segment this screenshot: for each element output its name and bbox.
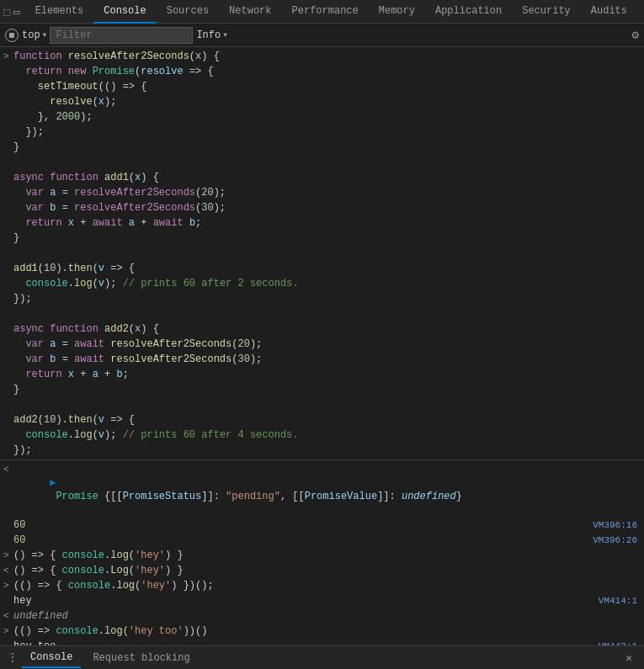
output-divider	[0, 459, 644, 460]
clear-console-button[interactable]	[5, 29, 19, 42]
tab-bar-right: ⋮ ✕	[637, 3, 644, 20]
code-line: async function add2(x) {	[13, 322, 644, 336]
list-item: });	[0, 125, 644, 140]
list-item: console.log(v); // prints 60 after 4 sec…	[0, 427, 644, 443]
code-line	[13, 156, 644, 169]
device-icon[interactable]: ▭	[13, 5, 20, 19]
list-item: < () => { console.Log('hey') }	[0, 563, 644, 578]
bottom-tab-console[interactable]: Console	[22, 648, 81, 668]
list-item	[0, 306, 644, 321]
log-level-chevron-icon: ▼	[223, 31, 227, 39]
bottom-dots-icon[interactable]: ⋮	[7, 650, 19, 665]
list-item: console.log(v); // prints 60 after 2 sec…	[0, 276, 644, 291]
code-line	[13, 398, 644, 411]
list-item: });	[0, 291, 644, 306]
list-item: return x + await a + await b;	[0, 215, 644, 231]
output-prefix: >	[3, 624, 9, 638]
output-line: (() => console.log('hey too'))()	[13, 624, 644, 638]
bottom-bar: ⋮ Console Request blocking ✕	[0, 645, 644, 669]
code-line	[13, 307, 644, 321]
list-item: var b = resolveAfter2Seconds(30);	[0, 200, 644, 215]
output-prefix: <	[3, 564, 9, 577]
console-toolbar: top ▼ Info ▼ ⚙	[0, 24, 644, 47]
code-line: function resolveAfter2Seconds(x) {	[13, 50, 644, 63]
list-item: > (() => { console.log('hey') })();	[0, 578, 644, 593]
code-line: });	[13, 292, 644, 305]
filter-input[interactable]	[50, 27, 193, 44]
code-line: add2(10).then(v => {	[13, 413, 644, 427]
tab-console[interactable]: Console	[93, 0, 156, 24]
bottom-close-icon[interactable]: ✕	[620, 651, 637, 665]
list-item: async function add1(x) {	[0, 170, 644, 185]
list-item: var a = resolveAfter2Seconds(20);	[0, 185, 644, 200]
tab-elements[interactable]: Elements	[25, 0, 94, 24]
expand-icon[interactable]: ▶	[50, 477, 56, 489]
list-item: > (() => console.log('hey too'))()	[0, 624, 644, 639]
output-prefix: <	[3, 463, 9, 476]
list-item: > function resolveAfter2Seconds(x) {	[0, 49, 644, 64]
code-line: add1(10).then(v => {	[13, 262, 644, 275]
list-item: setTimeout(() => {	[0, 79, 644, 94]
source-link[interactable]: VM396:16	[577, 518, 644, 532]
bottom-tab-request-blocking[interactable]: Request blocking	[84, 649, 198, 667]
list-item: }	[0, 382, 644, 397]
list-item: hey too VM442:1	[0, 639, 644, 645]
tab-bar-icons: ⬚ ▭	[3, 5, 20, 19]
output-line: hey	[13, 594, 577, 608]
tab-memory[interactable]: Memory	[369, 0, 425, 24]
tab-performance[interactable]: Performance	[282, 0, 369, 24]
list-item: < ▶ Promise {[[PromiseStatus]]: "pending…	[0, 462, 644, 518]
list-item: }	[0, 231, 644, 246]
output-line: () => { console.Log('hey') }	[13, 564, 644, 577]
output-line: ▶ Promise {[[PromiseStatus]]: "pending",…	[13, 463, 644, 517]
log-level-label: Info	[196, 29, 221, 41]
code-line: });	[13, 125, 644, 139]
code-line: return new Promise(resolve => {	[13, 65, 644, 78]
inspect-icon[interactable]: ⬚	[3, 5, 10, 19]
output-prefix: >	[3, 549, 9, 562]
code-line: }	[13, 231, 644, 245]
tab-sources[interactable]: Sources	[157, 0, 219, 24]
bottom-icons: ⋮	[7, 650, 19, 665]
list-item: }	[0, 140, 644, 155]
tab-audits[interactable]: Audits	[581, 0, 637, 24]
log-level-selector[interactable]: Info ▼	[196, 29, 227, 41]
list-item	[0, 155, 644, 170]
code-line	[13, 247, 644, 260]
code-line: }, 2000);	[13, 110, 644, 124]
output-prefix: <	[3, 609, 9, 623]
output-line: 60	[13, 534, 577, 547]
output-prefix: >	[3, 579, 9, 592]
context-label: top	[22, 29, 40, 41]
source-link[interactable]: VM442:1	[577, 640, 644, 645]
output-prefix: >	[3, 50, 9, 63]
tab-security[interactable]: Security	[512, 0, 581, 24]
code-line: return x + a + b;	[13, 368, 644, 381]
tab-network[interactable]: Network	[219, 0, 281, 24]
context-selector[interactable]: top ▼	[22, 29, 46, 41]
output-line: () => { console.log('hey') }	[13, 549, 644, 562]
list-item: return new Promise(resolve => {	[0, 64, 644, 79]
more-tabs-icon[interactable]: ⋮	[637, 3, 644, 20]
list-item	[0, 246, 644, 261]
output-line: (() => { console.log('hey') })();	[13, 579, 644, 592]
output-line: 60	[13, 518, 577, 532]
list-item: 60 VM396:26	[0, 533, 644, 548]
source-link[interactable]: VM396:26	[577, 534, 644, 547]
tab-application[interactable]: Application	[425, 0, 512, 24]
list-item: async function add2(x) {	[0, 321, 644, 337]
list-item: 60 VM396:16	[0, 518, 644, 533]
source-link[interactable]: VM414:1	[577, 594, 644, 608]
context-chevron-icon: ▼	[43, 31, 47, 39]
list-item: return x + a + b;	[0, 367, 644, 382]
output-line: undefined	[13, 609, 644, 623]
list-item: }, 2000);	[0, 109, 644, 125]
list-item: add2(10).then(v => {	[0, 412, 644, 427]
code-line: var a = resolveAfter2Seconds(20);	[13, 186, 644, 199]
list-item: > () => { console.log('hey') }	[0, 548, 644, 563]
code-line: resolve(x);	[13, 95, 644, 109]
settings-gear-icon[interactable]: ⚙	[632, 28, 639, 42]
code-line: return x + await a + await b;	[13, 216, 644, 230]
output-line: hey too	[13, 640, 577, 645]
code-line: var b = await resolveAfter2Seconds(30);	[13, 353, 644, 366]
